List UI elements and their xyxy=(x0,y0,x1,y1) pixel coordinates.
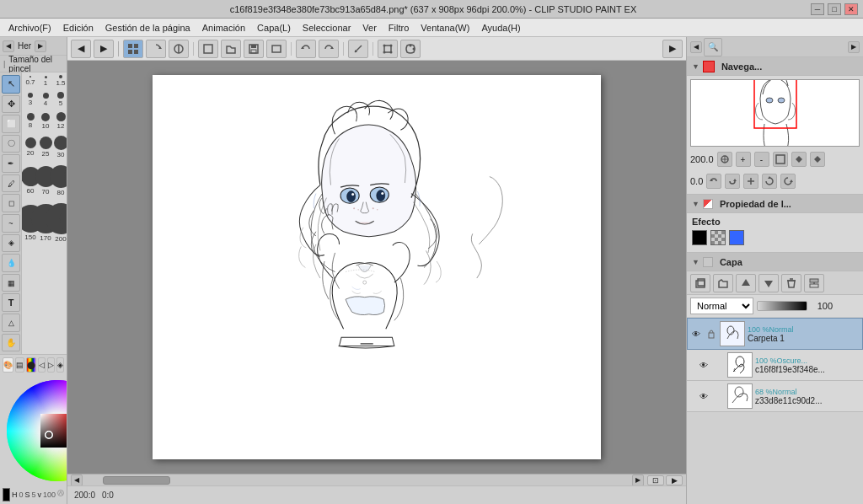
playback-btn-1[interactable]: ⊡ xyxy=(647,475,664,485)
undo-button[interactable] xyxy=(296,40,316,58)
delete-layer-btn[interactable] xyxy=(781,274,801,292)
rotate-reset-btn[interactable] xyxy=(743,174,758,189)
color-tool-5[interactable]: ◈ xyxy=(56,357,64,373)
right-search-btn[interactable]: 🔍 xyxy=(704,38,722,56)
tool-hand[interactable]: ✋ xyxy=(2,334,20,352)
brush-5[interactable]: 5 xyxy=(56,92,66,107)
brush-0.7[interactable]: 0.7 xyxy=(25,76,35,86)
layer-vis-toggle-3[interactable]: 👁 xyxy=(697,389,710,403)
color-picker-icon[interactable] xyxy=(57,488,64,501)
redo-button[interactable] xyxy=(319,40,339,58)
new-canvas-button[interactable] xyxy=(198,40,218,58)
playback-btn-2[interactable]: ▶ xyxy=(666,475,683,485)
black-swatch[interactable] xyxy=(3,488,10,501)
color-tool-2[interactable]: ▤ xyxy=(15,357,24,373)
tool-select-lasso[interactable]: 〇 xyxy=(2,135,20,153)
tool-blur[interactable]: ~ xyxy=(2,214,20,233)
tool-fill[interactable]: ◈ xyxy=(2,234,20,253)
brush-20[interactable]: 20 xyxy=(25,137,35,157)
tool-text[interactable]: T xyxy=(2,293,20,312)
maximize-button[interactable]: □ xyxy=(828,3,841,15)
rotate-cw-btn[interactable] xyxy=(725,174,740,189)
tool-eyedrop[interactable]: 💧 xyxy=(2,254,20,272)
tool-move[interactable]: ✥ xyxy=(2,95,20,114)
layer-raster-1[interactable]: 👁 100 %Oscure... c16f8f19e3f348e... xyxy=(687,350,863,381)
scroll-right-btn[interactable]: ▶ xyxy=(632,475,644,486)
scroll-thumb[interactable] xyxy=(103,476,170,485)
layer-vis-toggle-1[interactable]: 👁 xyxy=(689,327,703,340)
menu-gestion[interactable]: Gestión de la página xyxy=(100,21,196,35)
save-button[interactable] xyxy=(244,40,264,58)
minimize-button[interactable]: ─ xyxy=(811,3,824,15)
color-tool-rainbow[interactable]: ⬤ xyxy=(26,357,36,373)
brush-25[interactable]: 25 xyxy=(40,137,51,158)
brush-8[interactable]: 8 xyxy=(25,113,35,129)
right-nav-right[interactable]: ▶ xyxy=(848,41,860,53)
opacity-slider[interactable] xyxy=(757,301,807,311)
layer-vis-toggle-2[interactable]: 👁 xyxy=(697,358,710,372)
menu-seleccionar[interactable]: Seleccionar xyxy=(297,21,356,35)
effect-swatch-blue[interactable] xyxy=(729,230,744,245)
color-tool-3[interactable]: ◁ xyxy=(38,357,46,373)
warp-button[interactable] xyxy=(400,40,421,58)
layer-down-btn[interactable] xyxy=(758,274,779,292)
close-button[interactable]: ✕ xyxy=(844,3,858,15)
rotate-extra2-btn[interactable] xyxy=(780,174,796,189)
merge-layer-btn[interactable] xyxy=(804,274,824,292)
canvas-horizontal-scrollbar[interactable]: ◀ ▶ ⊡ ▶ xyxy=(67,474,686,485)
toolbar-more-button[interactable]: ▶ xyxy=(662,40,683,58)
zoom-fit-btn[interactable] xyxy=(773,152,788,167)
zoom-minus-btn[interactable]: - xyxy=(754,152,769,167)
color-tool-4[interactable]: ▷ xyxy=(47,357,55,373)
color-tool-1[interactable]: 🎨 xyxy=(3,357,13,373)
left-nav-prev[interactable]: ◀ xyxy=(3,40,14,52)
brush-12[interactable]: 12 xyxy=(56,112,66,130)
open-button[interactable] xyxy=(221,40,241,58)
right-nav-left[interactable]: ◀ xyxy=(690,41,702,53)
left-nav-next[interactable]: ▶ xyxy=(35,40,46,52)
layer-up-btn[interactable] xyxy=(736,274,756,292)
zoom-plus-btn[interactable]: + xyxy=(736,152,751,167)
brush-30[interactable]: 30 xyxy=(56,136,66,158)
symmetry-button[interactable] xyxy=(169,40,189,58)
brush-1.5[interactable]: 1.5 xyxy=(56,75,66,87)
brush-60[interactable]: 60 xyxy=(25,167,35,195)
effect-swatch-checker[interactable] xyxy=(710,230,726,245)
rotate-extra-btn[interactable] xyxy=(762,174,777,189)
tool-select-rect[interactable]: ⬜ xyxy=(2,115,20,133)
menu-ventana[interactable]: Ventana(W) xyxy=(415,21,474,35)
new-folder-btn[interactable] xyxy=(713,274,733,292)
brush-1[interactable]: 1 xyxy=(40,76,51,87)
tool-shape[interactable]: △ xyxy=(2,314,20,332)
scroll-left-btn[interactable]: ◀ xyxy=(71,475,83,486)
brush-10[interactable]: 10 xyxy=(40,113,51,130)
properties-header[interactable]: ▼ Propiedad de l... xyxy=(687,195,863,213)
color-wheel[interactable] xyxy=(3,376,67,485)
canvas-size-button[interactable] xyxy=(266,40,287,58)
grid-button[interactable] xyxy=(123,40,143,58)
menu-filtro[interactable]: Filtro xyxy=(383,21,414,35)
canvas-nav-right[interactable]: ▶ xyxy=(94,40,114,58)
rotate-view-button[interactable] xyxy=(146,40,166,58)
effect-swatch-black[interactable] xyxy=(692,230,707,245)
drawing-canvas[interactable] xyxy=(153,75,601,459)
tool-pen[interactable]: ✒ xyxy=(2,154,20,173)
rotate-ccw-btn[interactable] xyxy=(706,174,721,189)
new-layer-btn[interactable] xyxy=(690,274,710,292)
menu-animacion[interactable]: Animación xyxy=(197,21,250,35)
layer-folder-1[interactable]: 👁 100 %Normal Carpeta 1 xyxy=(687,318,863,350)
menu-ver[interactable]: Ver xyxy=(357,21,382,35)
tool-gradient[interactable]: ▦ xyxy=(2,274,20,292)
menu-edicion[interactable]: Edición xyxy=(58,21,99,35)
layer-raster-2[interactable]: 👁 68 %Normal z33d8e11c90d2... xyxy=(687,381,863,412)
menu-capa[interactable]: Capa(L) xyxy=(252,21,296,35)
tool-marker[interactable]: 🖊 xyxy=(2,174,20,193)
brush-4[interactable]: 4 xyxy=(40,93,51,107)
brush-70[interactable]: 70 xyxy=(40,166,51,196)
menu-ayuda[interactable]: Ayuda(H) xyxy=(476,21,525,35)
zoom-reset-btn[interactable] xyxy=(717,152,732,167)
layer-lock-1[interactable] xyxy=(705,328,717,340)
menu-archivo[interactable]: Archivo(F) xyxy=(3,21,56,35)
blend-mode-select[interactable]: Normal Multiply Screen Overlay xyxy=(690,298,753,314)
transform-button[interactable] xyxy=(378,40,398,58)
